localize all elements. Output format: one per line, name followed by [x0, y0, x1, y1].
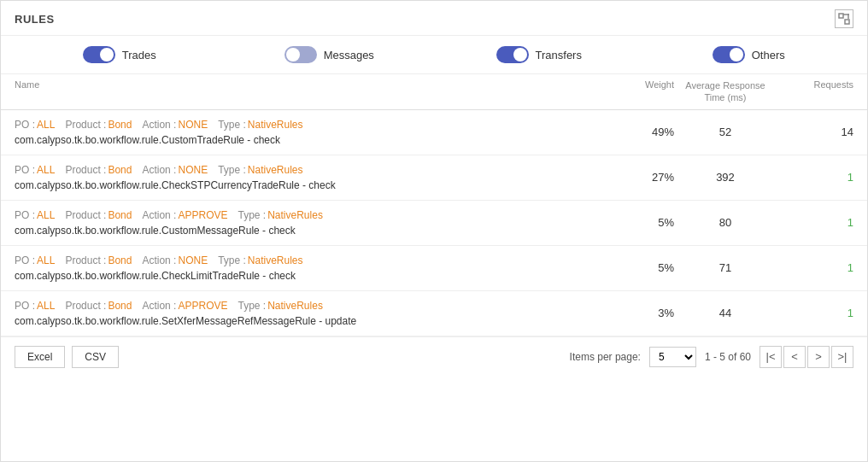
last-page-button[interactable]: >| — [831, 346, 853, 368]
row-requests: 1 — [777, 171, 853, 184]
row-requests: 1 — [777, 307, 853, 319]
panel-header: RULES — [1, 1, 867, 36]
type-tag: Type : NativeRules — [238, 300, 323, 312]
others-toggle-switch[interactable] — [713, 46, 745, 63]
trades-toggle-switch[interactable] — [83, 46, 115, 63]
export-buttons: Excel CSV — [15, 346, 119, 368]
first-page-button[interactable]: |< — [760, 346, 782, 368]
type-tag: Type : NativeRules — [238, 209, 323, 221]
svg-rect-0 — [839, 14, 843, 18]
row-name-cell: PO : ALL Product : Bond Action : APPROVE… — [15, 209, 597, 237]
row-tags: PO : ALL Product : Bond Action : APPROVE… — [15, 300, 597, 312]
csv-button[interactable]: CSV — [72, 346, 119, 368]
row-weight: 5% — [597, 216, 674, 229]
panel-title: RULES — [15, 13, 55, 26]
col-header-weight: Weight — [597, 79, 674, 104]
col-header-requests: Requests — [777, 79, 853, 104]
row-weight: 27% — [597, 171, 674, 184]
product-tag: Product : Bond — [65, 300, 132, 312]
svg-rect-1 — [845, 20, 849, 24]
row-requests: 14 — [777, 126, 853, 138]
nav-buttons: |< < > >| — [760, 346, 853, 368]
excel-button[interactable]: Excel — [15, 346, 65, 368]
action-tag: Action : NONE — [142, 254, 208, 266]
row-weight: 49% — [597, 126, 674, 138]
items-per-page-label: Items per page: — [570, 351, 641, 363]
row-weight: 3% — [597, 307, 674, 319]
row-tags: PO : ALL Product : Bond Action : NONE Ty… — [15, 164, 597, 176]
action-tag: Action : NONE — [142, 164, 208, 176]
row-class-name: com.calypso.tk.bo.workflow.rule.CustomMe… — [15, 225, 597, 237]
row-tags: PO : ALL Product : Bond Action : NONE Ty… — [15, 254, 597, 266]
table-row: PO : ALL Product : Bond Action : NONE Ty… — [1, 246, 867, 291]
action-tag: Action : APPROVE — [142, 300, 227, 312]
type-tag: Type : NativeRules — [218, 254, 302, 266]
row-requests: 1 — [777, 216, 853, 229]
type-tag: Type : NativeRules — [218, 119, 302, 131]
po-tag: PO : ALL — [15, 209, 55, 221]
table-row: PO : ALL Product : Bond Action : NONE Ty… — [1, 110, 867, 155]
toggles-row: Trades Messages Transfers Others — [1, 36, 867, 74]
col-header-name: Name — [15, 79, 597, 104]
product-tag: Product : Bond — [65, 164, 132, 176]
messages-toggle-switch[interactable] — [284, 46, 317, 63]
trades-toggle-label: Trades — [122, 49, 156, 61]
others-toggle-label: Others — [752, 49, 785, 61]
row-name-cell: PO : ALL Product : Bond Action : NONE Ty… — [15, 164, 597, 191]
po-tag: PO : ALL — [15, 119, 55, 131]
product-tag: Product : Bond — [65, 254, 132, 266]
table-header: Name Weight Average Response Time (ms) R… — [1, 74, 867, 110]
row-tags: PO : ALL Product : Bond Action : APPROVE… — [15, 209, 597, 221]
next-page-button[interactable]: > — [807, 346, 830, 368]
row-avg-response: 44 — [674, 307, 777, 319]
row-class-name: com.calypso.tk.bo.workflow.rule.CustomTr… — [15, 134, 597, 146]
row-class-name: com.calypso.tk.bo.workflow.rule.SetXferM… — [15, 315, 597, 327]
items-per-page-select[interactable]: 5 10 25 50 100 — [649, 347, 696, 367]
toggle-transfers[interactable]: Transfers — [434, 46, 644, 63]
row-tags: PO : ALL Product : Bond Action : NONE Ty… — [15, 119, 597, 131]
row-name-cell: PO : ALL Product : Bond Action : NONE Ty… — [15, 119, 597, 146]
action-tag: Action : APPROVE — [142, 209, 227, 221]
expand-button[interactable] — [835, 9, 853, 28]
table-row: PO : ALL Product : Bond Action : NONE Ty… — [1, 155, 867, 201]
row-avg-response: 80 — [674, 216, 777, 229]
table-body: PO : ALL Product : Bond Action : NONE Ty… — [1, 110, 867, 336]
row-avg-response: 52 — [674, 126, 777, 138]
toggle-trades[interactable]: Trades — [15, 46, 225, 63]
row-name-cell: PO : ALL Product : Bond Action : NONE Ty… — [15, 254, 597, 282]
page-info: 1 - 5 of 60 — [705, 351, 751, 363]
prev-page-button[interactable]: < — [783, 346, 806, 368]
col-header-avg-response: Average Response Time (ms) — [674, 79, 777, 104]
action-tag: Action : NONE — [142, 119, 208, 131]
table-row: PO : ALL Product : Bond Action : APPROVE… — [1, 291, 867, 336]
type-tag: Type : NativeRules — [218, 164, 302, 176]
row-requests: 1 — [777, 261, 853, 274]
row-class-name: com.calypso.tk.bo.workflow.rule.CheckSTP… — [15, 179, 597, 191]
po-tag: PO : ALL — [15, 300, 55, 312]
toggle-messages[interactable]: Messages — [225, 46, 435, 63]
transfers-toggle-switch[interactable] — [496, 46, 529, 63]
row-name-cell: PO : ALL Product : Bond Action : APPROVE… — [15, 300, 597, 327]
po-tag: PO : ALL — [15, 164, 55, 176]
row-weight: 5% — [597, 261, 674, 274]
table-row: PO : ALL Product : Bond Action : APPROVE… — [1, 201, 867, 246]
transfers-toggle-label: Transfers — [536, 49, 582, 61]
product-tag: Product : Bond — [65, 119, 132, 131]
table-footer: Excel CSV Items per page: 5 10 25 50 100… — [1, 336, 867, 377]
toggle-others[interactable]: Others — [644, 46, 854, 63]
pagination-area: Items per page: 5 10 25 50 100 1 - 5 of … — [570, 346, 853, 368]
messages-toggle-label: Messages — [324, 49, 374, 61]
po-tag: PO : ALL — [15, 254, 55, 266]
row-avg-response: 71 — [674, 261, 777, 274]
product-tag: Product : Bond — [65, 209, 132, 221]
row-avg-response: 392 — [674, 171, 777, 184]
row-class-name: com.calypso.tk.bo.workflow.rule.CheckLim… — [15, 270, 597, 282]
